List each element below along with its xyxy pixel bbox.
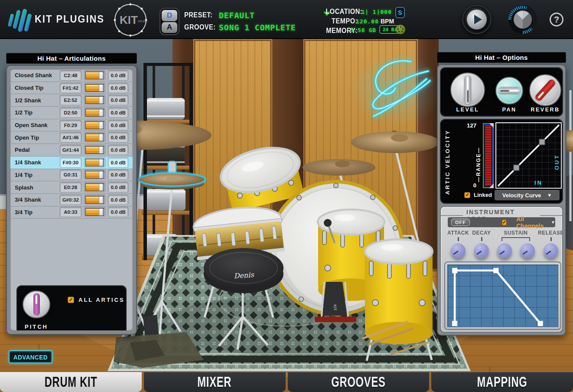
slider-handle[interactable] [99,85,103,91]
articulation-row[interactable]: 3/4 Shank G#0:32 0.0 dB [10,194,133,206]
preset-display[interactable]: DEFAULT [219,11,255,20]
range-bottom-handle[interactable] [489,183,494,188]
pitch-knob[interactable] [23,291,50,318]
articulation-volume-slider[interactable] [84,108,106,118]
tab[interactable]: DRUM KIT [0,372,142,392]
articulation-row[interactable]: 1/2 Tip D2:50 0.0 dB [10,107,133,119]
articulation-row[interactable]: Pedal G#1:44 0.0 dB [10,144,133,157]
decay-knob[interactable] [474,243,489,258]
adsr-envelope-graph[interactable] [447,265,558,327]
tab[interactable]: GROOVES [288,372,430,392]
level-knob[interactable] [450,72,485,107]
articulation-row[interactable]: 1/4 Tip G0:31 0.0 dB [10,169,133,182]
slider-handle[interactable] [99,147,103,154]
db-value[interactable]: 0.0 dB [108,207,128,217]
db-value[interactable]: 0.0 dB [108,108,128,118]
note-assignment[interactable]: G#1:44 [60,145,81,155]
articulation-volume-slider[interactable] [84,170,106,180]
play-button[interactable] [462,5,492,34]
advanced-button[interactable]: ADVANCED [9,350,52,363]
articulation-volume-slider[interactable] [84,195,106,205]
db-value[interactable]: 0.0 dB [108,70,128,81]
slider-handle[interactable] [99,72,103,79]
channel-dropdown-value[interactable]: All Channels [516,216,544,229]
velocity-range-meter[interactable] [483,124,493,188]
master-volume-knob[interactable] [508,5,537,34]
envelope-handle[interactable] [538,321,543,326]
release-knob[interactable] [544,243,558,258]
articulation-row[interactable]: 1/4 Shank F#0:30 0.0 dB [10,157,133,169]
articulation-volume-slider[interactable] [84,182,106,193]
note-assignment[interactable]: F#0:30 [60,157,81,168]
slider-handle[interactable] [99,122,103,129]
db-value[interactable]: 0.0 dB [108,170,128,180]
attack-knob[interactable] [451,243,466,258]
note-assignment[interactable]: A#1:46 [60,132,81,143]
db-value[interactable]: 0.0 dB [108,145,128,155]
note-assignment[interactable]: E2:52 [60,95,81,105]
slider-handle[interactable] [99,184,103,191]
envelope-handle[interactable] [452,268,457,273]
linked-checkbox[interactable]: ✓ [464,192,470,198]
crash-cymbal-center[interactable] [303,159,375,176]
articulation-row[interactable]: Open Shank F0:29 0.0 dB [10,119,133,132]
note-assignment[interactable]: F#1:42 [60,83,81,93]
articulation-row[interactable]: Closed Shank C2:48 0.0 dB [10,69,133,82]
sync-badge[interactable]: S [395,7,405,18]
chevron-down-icon[interactable]: ▼ [551,220,555,225]
articulation-volume-slider[interactable] [84,132,106,143]
articulation-row[interactable]: Closed Tip F#1:42 0.0 dB [10,82,133,95]
adsr-enable-checkbox[interactable]: ✓ [502,219,507,225]
tempo-value[interactable]: 120.00 [350,18,379,25]
envelope-handle[interactable] [452,321,457,326]
note-assignment[interactable]: E0:28 [60,182,81,193]
sustain-knob-1[interactable] [497,243,512,258]
velocity-curve-dropdown[interactable]: Velocity Curve ▼ [495,190,560,200]
pan-knob[interactable] [495,77,523,105]
articulation-row[interactable]: Open Tip A#1:46 0.0 dB [10,131,133,144]
slider-handle[interactable] [99,159,103,166]
groove-display[interactable]: SONG 1 COMPLETE [219,23,296,32]
midi-icon[interactable] [396,25,405,34]
tab[interactable]: MAPPING [431,372,573,392]
articulation-volume-slider[interactable] [84,95,106,105]
articulation-volume-slider[interactable] [84,83,106,93]
slider-handle[interactable] [99,97,103,104]
sustain-knob-2[interactable] [520,243,535,258]
articulation-volume-slider[interactable] [84,207,106,217]
reverb-knob[interactable] [529,74,561,106]
tab[interactable]: MIXER [144,372,286,392]
note-assignment[interactable]: F0:29 [60,120,81,131]
curve-handle[interactable] [539,139,545,145]
velocity-curve-graph[interactable]: IN OUT [495,122,562,189]
articulation-volume-slider[interactable] [84,145,106,155]
help-button[interactable]: ? [550,13,563,26]
note-assignment[interactable]: C2:48 [60,70,81,81]
adsr-off-button[interactable]: OFF [451,219,470,226]
articulation-volume-slider[interactable] [84,157,106,168]
db-value[interactable]: 0.0 dB [108,120,128,131]
analog-button[interactable]: A [162,22,177,33]
range-top-handle[interactable] [489,123,494,128]
articulation-volume-slider[interactable] [84,120,106,131]
articulation-row[interactable]: 1/2 Shank E2:52 0.0 dB [10,94,133,107]
db-value[interactable]: 0.0 dB [108,182,128,193]
all-artics-checkbox[interactable]: ✓ [68,297,74,303]
slider-handle[interactable] [99,209,103,216]
db-value[interactable]: 0.0 dB [108,95,128,105]
slider-handle[interactable] [99,171,103,178]
db-value[interactable]: 0.0 dB [108,157,128,168]
articulation-row[interactable]: Splash E0:28 0.0 dB [10,181,133,194]
slider-handle[interactable] [99,134,103,141]
note-assignment[interactable]: G#0:32 [60,195,81,205]
db-value[interactable]: 0.0 dB [108,132,128,143]
articulation-row[interactable]: 3/4 Tip A0:33 0.0 dB [10,206,133,219]
da-toggle[interactable]: D A [160,8,179,35]
note-assignment[interactable]: A0:33 [60,207,81,217]
slider-handle[interactable] [99,109,103,116]
note-assignment[interactable]: D2:50 [60,108,81,118]
note-assignment[interactable]: G0:31 [60,170,81,180]
envelope-handle[interactable] [493,268,498,273]
slider-handle[interactable] [99,196,103,203]
db-value[interactable]: 0.0 dB [108,83,128,93]
